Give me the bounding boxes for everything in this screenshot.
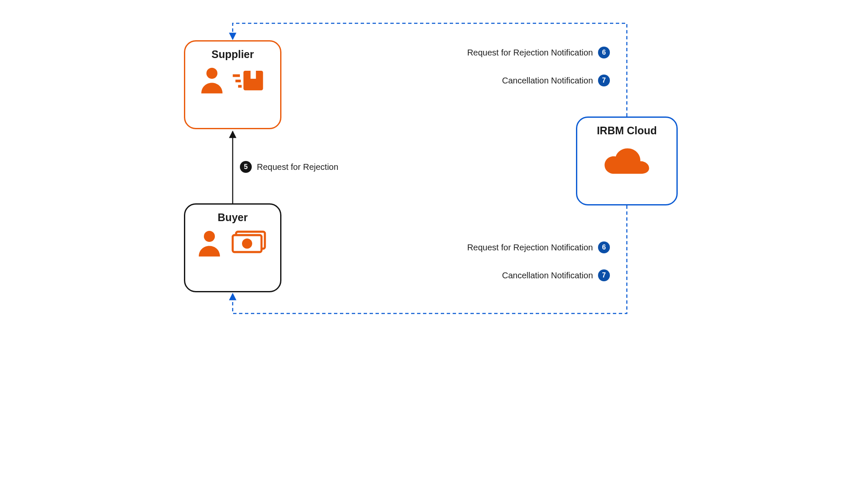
node-irbm-cloud: IRBM Cloud bbox=[576, 116, 678, 205]
svg-rect-5 bbox=[238, 85, 242, 88]
svg-point-6 bbox=[204, 231, 215, 242]
step-badge-6: 6 bbox=[598, 241, 610, 253]
step-badge-6: 6 bbox=[598, 47, 610, 58]
svg-rect-3 bbox=[233, 74, 240, 77]
node-supplier-title: Supplier bbox=[185, 48, 280, 61]
node-supplier: Supplier bbox=[184, 40, 281, 129]
edge-label-text: Request for Rejection bbox=[257, 162, 338, 172]
person-icon bbox=[196, 228, 223, 259]
person-icon bbox=[199, 65, 225, 96]
notify-bottom-1: 6 Request for Rejection Notification bbox=[467, 241, 610, 253]
notify-label: Cancellation Notification bbox=[502, 76, 593, 86]
notify-bottom-2: 7 Cancellation Notification bbox=[502, 269, 610, 281]
step-badge-7: 7 bbox=[598, 75, 610, 86]
cash-icon bbox=[228, 229, 269, 258]
notify-label: Request for Rejection Notification bbox=[467, 48, 593, 58]
node-cloud-title: IRBM Cloud bbox=[577, 125, 676, 137]
package-shipping-icon bbox=[231, 65, 267, 96]
notify-top-2: 7 Cancellation Notification bbox=[502, 75, 610, 86]
notify-top-1: 6 Request for Rejection Notification bbox=[467, 47, 610, 58]
svg-point-0 bbox=[206, 68, 217, 79]
notify-label: Request for Rejection Notification bbox=[467, 243, 593, 252]
step-badge-7: 7 bbox=[598, 269, 610, 281]
diagram-canvas: Supplier bbox=[129, 0, 739, 343]
node-buyer-title: Buyer bbox=[185, 211, 280, 224]
svg-point-9 bbox=[242, 238, 252, 249]
notify-label: Cancellation Notification bbox=[502, 271, 593, 280]
svg-rect-4 bbox=[236, 80, 241, 82]
svg-rect-2 bbox=[250, 71, 256, 79]
node-buyer: Buyer bbox=[184, 203, 281, 292]
edge-label-step-5: 5 Request for Rejection bbox=[240, 161, 338, 173]
step-badge-5: 5 bbox=[240, 161, 252, 173]
cloud-icon bbox=[601, 146, 652, 181]
